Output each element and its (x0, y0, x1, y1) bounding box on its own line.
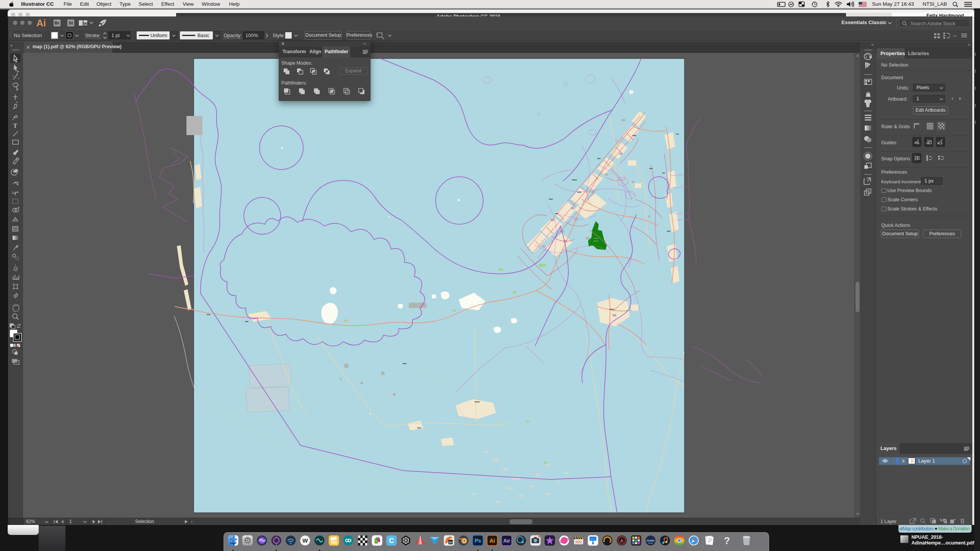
svg-text:A: A (620, 538, 624, 544)
svg-text:W: W (302, 537, 308, 544)
svg-text:360: 360 (448, 541, 453, 544)
svg-text:T: T (13, 122, 18, 129)
svg-text:Ae: Ae (503, 538, 510, 544)
svg-text:music: music (647, 539, 655, 542)
svg-text:C: C (389, 537, 394, 544)
svg-text:?: ? (724, 535, 730, 546)
svg-text:Ps: Ps (475, 538, 481, 544)
svg-text:Ai: Ai (490, 538, 495, 544)
